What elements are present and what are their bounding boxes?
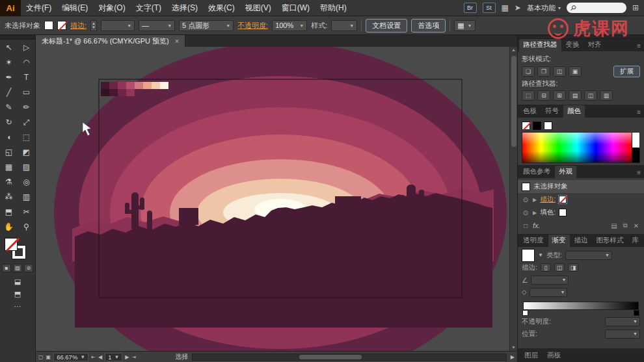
opacity-combo[interactable]: 100% ▼ — [272, 20, 307, 31]
menu-view[interactable]: 视图(V) — [240, 0, 276, 16]
panel-menu-icon[interactable]: ≡ — [635, 109, 643, 118]
bw-ramp[interactable] — [632, 133, 639, 162]
apps-icon[interactable]: ⊞ — [632, 3, 639, 12]
lasso-tool[interactable]: ◠ — [18, 55, 35, 70]
exclude-button[interactable]: ▣ — [569, 66, 582, 77]
gradient-thumb[interactable] — [522, 249, 535, 262]
drawing-modes-icon[interactable]: ⬓ — [14, 278, 21, 286]
pencil-tool[interactable]: ✏ — [18, 99, 35, 114]
scroll-right-icon[interactable]: ▶ — [511, 354, 515, 360]
slice-tool[interactable]: ✂ — [18, 204, 35, 219]
status-grid-icon[interactable]: ▣ — [46, 354, 51, 360]
artboard-artwork[interactable] — [36, 47, 517, 351]
vertical-scrollbar[interactable]: ▲ ▼ — [509, 47, 517, 351]
toolbar-grip[interactable] — [0, 35, 35, 40]
tab-transparency[interactable]: 透明度 — [519, 235, 548, 247]
zoom-tool[interactable]: ⚲ — [18, 219, 35, 234]
brush-combo[interactable]: 5 点圆形 ▼ — [179, 20, 234, 31]
fill-swatch[interactable] — [44, 21, 53, 30]
artboard-tool[interactable]: ⬒ — [0, 204, 18, 219]
tab-swatches[interactable]: 色板 — [519, 105, 541, 118]
column-graph-tool[interactable]: ▥ — [18, 189, 35, 204]
expand-triangle-icon[interactable]: ▶ — [533, 210, 537, 216]
arrange-documents-icon[interactable]: ▦ — [502, 3, 509, 12]
scroll-up-icon[interactable]: ▲ — [510, 47, 517, 53]
outline-button[interactable]: ◫ — [584, 90, 597, 101]
edit-toolbar-icon[interactable]: ⋯ — [14, 302, 21, 311]
tab-transform[interactable]: 变换 — [562, 39, 584, 51]
tab-pathfinder[interactable]: 路径查找器 — [519, 39, 561, 51]
direct-selection-tool[interactable]: ▷ — [18, 40, 35, 55]
screen-mode-icon[interactable]: ⬒ — [14, 290, 21, 298]
divide-button[interactable]: ⬚ — [522, 90, 535, 101]
aspect-ratio-combo[interactable]: ▼ — [530, 288, 567, 297]
intersect-button[interactable]: ◫ — [553, 66, 566, 77]
stroke-profile-combo[interactable]: — ▼ — [139, 20, 175, 31]
tab-appearance[interactable]: 外观 — [555, 166, 576, 178]
chevron-down-icon[interactable]: ▼ — [538, 252, 543, 258]
magic-wand-tool[interactable]: ✶ — [0, 55, 18, 70]
menu-file[interactable]: 文件(F) — [21, 0, 57, 16]
bridge-icon[interactable]: Br — [464, 3, 477, 13]
eyedropper-tool[interactable]: ⚗ — [0, 174, 18, 189]
fill-color-swatch[interactable] — [559, 209, 567, 216]
horizontal-scroll-thumb[interactable] — [299, 355, 362, 359]
none-button[interactable]: ⊘ — [24, 264, 33, 272]
fx-icon[interactable]: fx. — [533, 222, 540, 229]
scroll-down-icon[interactable]: ▼ — [510, 344, 517, 351]
color-fill-swatch[interactable] — [522, 122, 530, 130]
appearance-stroke-row[interactable]: ⊙ ▶ 描边: — [522, 193, 640, 206]
tab-color[interactable]: 颜色 — [563, 105, 585, 118]
menu-type[interactable]: 文字(T) — [131, 0, 167, 16]
tab-artboards[interactable]: 画板 — [543, 350, 565, 362]
angle-combo[interactable]: ▼ — [531, 276, 569, 285]
visibility-eye-icon[interactable]: ⊙ — [522, 209, 530, 216]
scale-tool[interactable]: ⤢ — [18, 114, 35, 129]
tab-color-guide[interactable]: 颜色参考 — [519, 166, 554, 178]
blend-tool[interactable]: ◎ — [18, 174, 35, 189]
shape-builder-tool[interactable]: ◱ — [0, 144, 18, 159]
perspective-grid-tool[interactable]: ◩ — [18, 144, 35, 159]
mesh-tool[interactable]: ▦ — [0, 159, 18, 174]
first-artboard-icon[interactable]: ⇤ — [91, 354, 96, 360]
expand-triangle-icon[interactable]: ▶ — [533, 197, 537, 203]
color-button[interactable]: ■ — [2, 264, 11, 272]
visibility-eye-icon[interactable]: ⊙ — [522, 196, 530, 203]
panel-menu-icon[interactable]: ≡ — [635, 169, 643, 178]
tab-symbols[interactable]: 符号 — [541, 105, 563, 118]
gradient-button[interactable]: ▨ — [13, 264, 22, 272]
toolbar-fill-swatch[interactable] — [5, 238, 18, 251]
color-spectrum[interactable] — [522, 132, 640, 163]
document-setup-button[interactable]: 文档设置 — [366, 19, 407, 32]
stroke-along-icon[interactable]: ◫ — [554, 263, 565, 272]
style-combo[interactable]: ▼ — [331, 20, 357, 31]
new-stroke-icon[interactable]: □ — [522, 222, 530, 229]
duplicate-icon[interactable]: ⧉ — [621, 222, 629, 229]
width-tool[interactable]: ◖ — [0, 129, 18, 144]
search-box[interactable]: ⚲ — [567, 3, 626, 13]
panel-menu-icon[interactable]: ≡ — [635, 42, 643, 51]
gradient-stop-end[interactable] — [634, 310, 639, 316]
gradient-tool[interactable]: ▨ — [18, 159, 35, 174]
menu-effect[interactable]: 效果(C) — [203, 0, 240, 16]
line-segment-tool[interactable]: ╱ — [0, 84, 18, 99]
opacity-link[interactable]: 不透明度: — [237, 21, 268, 31]
trash-icon[interactable]: ✕ — [632, 222, 640, 229]
gradient-opacity-combo[interactable]: ▼ — [605, 317, 640, 326]
stroke-weight-stepper[interactable]: ▲▼ — [90, 20, 97, 31]
white-swatch[interactable] — [544, 122, 552, 130]
stock-icon[interactable]: St — [483, 3, 496, 13]
workspace-switcher[interactable]: 基本功能 ▾ — [527, 3, 561, 13]
menu-object[interactable]: 对象(O) — [93, 0, 130, 16]
tab-layers[interactable]: 图层 — [520, 350, 542, 362]
close-icon[interactable]: × — [175, 37, 179, 45]
symbol-sprayer-tool[interactable]: ⁂ — [0, 189, 18, 204]
paintbrush-tool[interactable]: ✎ — [0, 99, 18, 114]
stroke-within-icon[interactable]: ▯ — [541, 263, 551, 272]
appearance-fill-row[interactable]: ⊙ ▶ 填色: — [522, 206, 640, 219]
horizontal-scrollbar[interactable] — [192, 354, 507, 361]
gradient-position-combo[interactable]: ▼ — [605, 330, 640, 339]
stroke-color-swatch[interactable] — [559, 196, 567, 203]
stroke-swatch[interactable] — [57, 21, 66, 30]
share-icon[interactable]: ➤ — [515, 3, 521, 12]
